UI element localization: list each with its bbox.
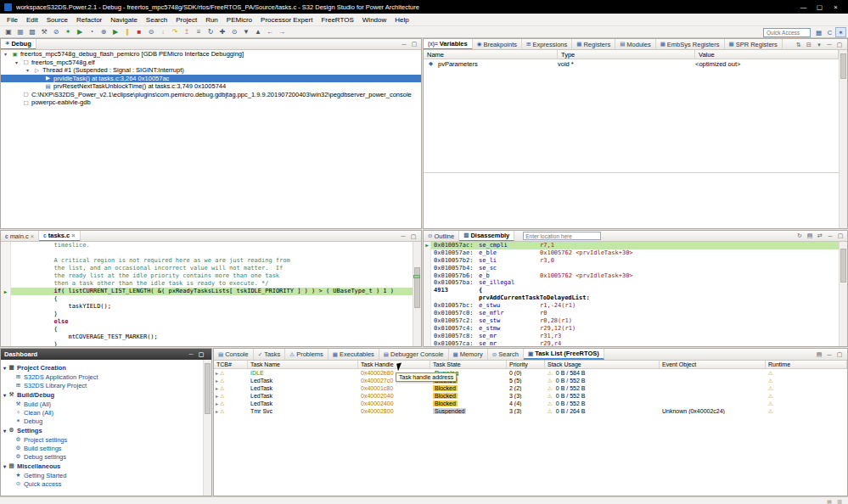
column-header[interactable]: Type — [558, 50, 695, 59]
code-line[interactable]: then a task other than the idle task is … — [1, 280, 413, 288]
profile-icon[interactable]: ◔ — [86, 28, 98, 36]
instruction-pointer-gutter[interactable] — [1, 303, 11, 311]
column-header[interactable]: Event Object — [660, 361, 766, 368]
menu-item[interactable]: Run — [201, 16, 222, 24]
instruction-pointer-gutter[interactable] — [1, 280, 11, 288]
instruction-pointer-gutter[interactable] — [1, 311, 11, 318]
new-c-project-icon[interactable]: ✚ — [216, 28, 228, 36]
debug-tree-item[interactable]: ▢ C:\NXP\S32DS_Power_v2.1\eclipse\plugin… — [1, 91, 421, 99]
scrollbar-thumb[interactable] — [414, 267, 420, 308]
expand-chevron-icon[interactable]: ▸ — [216, 408, 218, 414]
dashboard-item[interactable]: ⚙ Build settings — [1, 444, 203, 452]
code-line[interactable]: the ready list at the idle priority cont… — [1, 272, 413, 280]
refresh-icon[interactable]: ↻ — [795, 232, 805, 239]
collapse-all-icon[interactable]: ⊟ — [804, 42, 814, 48]
code-line[interactable]: } — [1, 341, 413, 346]
debug-icon[interactable]: ✶ — [62, 28, 74, 36]
skip-breakpoints-icon[interactable]: ⊘ — [50, 28, 62, 36]
disassembly-listing[interactable]: 0x010057ac: se_cmpli r7,1 0x010057ae: e_… — [424, 242, 839, 346]
disassembly-line[interactable]: 0x010057c4: e_stmw r29,12(r1) — [424, 325, 839, 333]
debug-perspective-icon[interactable]: ✶ — [835, 27, 846, 37]
maximize-view-icon[interactable]: ▢ — [408, 233, 418, 240]
variables-view-tab[interactable]: ▦ SPR Registers — [725, 39, 783, 50]
disassembly-line[interactable]: 0x010057ae: e_ble 0x1005762 <prvIdleTask… — [424, 249, 839, 257]
overview-ruler-marker[interactable] — [413, 275, 420, 278]
disassembly-tab[interactable]: ▥ Disassembly — [459, 231, 514, 242]
instruction-pointer-gutter[interactable] — [1, 318, 11, 326]
tab-debug[interactable]: ✶ Debug — [1, 39, 37, 50]
menu-item[interactable]: Refactor — [72, 16, 106, 24]
build-all-icon[interactable]: ⚒ — [38, 28, 50, 36]
editor-tab[interactable]: c main.c × — [1, 231, 39, 242]
expand-chevron-icon[interactable]: ▾ — [26, 67, 33, 73]
instruction-stepping-icon[interactable]: ≡ — [193, 28, 205, 36]
sync-icon[interactable]: ⇄ — [815, 232, 825, 239]
disassembly-tab[interactable]: ⊙ Outline — [424, 231, 459, 242]
code-line[interactable] — [1, 249, 413, 257]
instruction-pointer-gutter[interactable] — [1, 295, 11, 303]
expand-chevron-icon[interactable]: ▸ — [216, 400, 218, 406]
suspend-icon[interactable]: ∥ — [121, 28, 133, 36]
menu-item[interactable]: Help — [390, 16, 413, 24]
dashboard-item[interactable]: ✧ Clean (All) — [1, 408, 203, 417]
variables-scrollbar[interactable] — [839, 50, 847, 228]
debug-tree-item[interactable]: ▤ prvResetNextTaskUnblockTime() at tasks… — [1, 82, 421, 91]
expand-chevron-icon[interactable]: ▾ — [15, 59, 22, 65]
scrollbar-thumb[interactable] — [840, 249, 846, 283]
minimize-window-icon[interactable]: — — [795, 3, 811, 11]
close-window-icon[interactable]: × — [828, 3, 844, 11]
expand-chevron-icon[interactable]: ▸ — [216, 393, 218, 399]
disassembly-line[interactable]: prvAddCurrentTaskToDelayedList: — [424, 294, 839, 302]
debug-tree-item[interactable]: ▾ ▷ Thread #1 (Suspended : Signal : SIGI… — [1, 66, 421, 75]
save-all-icon[interactable]: ▩ — [26, 28, 38, 36]
instruction-pointer-gutter[interactable] — [1, 341, 11, 346]
variables-view-tab[interactable]: ▤ Modules — [615, 39, 656, 50]
disassembly-scrollbar[interactable] — [839, 242, 847, 346]
bottom-view-tab[interactable]: ✓ Tasks — [254, 349, 286, 360]
column-header[interactable]: Task State — [430, 361, 507, 368]
variable-row[interactable]: ◆ pvParameters void * <optimized out> — [424, 59, 839, 68]
debug-tree-item[interactable]: ▾ ▣ freertos_mpc5748g_debug_flash_pemicr… — [1, 50, 421, 59]
minimize-view-icon[interactable]: ─ — [398, 233, 408, 239]
task-row[interactable]: ▸ ⚠ LedTask 0x40001c80 Blocked 2 (2) ⚠ 0… — [214, 384, 847, 392]
search-icon[interactable]: ⊙ — [228, 28, 240, 36]
disassembly-line[interactable]: 0x010057b4: se_sc — [424, 265, 839, 272]
disassembly-line[interactable]: 0x010057ca: se_mr r29,r4 — [424, 340, 839, 346]
dashboard-item[interactable]: ⊙ Quick access — [1, 479, 203, 488]
bottom-view-tab[interactable]: ▣ Task List (FreeRTOS) — [524, 349, 604, 360]
column-header[interactable]: Priority — [507, 361, 545, 368]
step-over-icon[interactable]: ↷ — [169, 28, 181, 36]
instruction-pointer-gutter[interactable] — [1, 272, 11, 280]
restart-icon[interactable]: ↻ — [205, 28, 216, 36]
minimize-view-icon[interactable]: ─ — [399, 42, 409, 48]
code-line[interactable]: } — [1, 311, 413, 318]
bottom-view-tab[interactable]: ▤ Console — [214, 349, 254, 360]
resume-icon[interactable]: ▶ — [110, 28, 121, 36]
new-wizard-icon[interactable]: ▣ — [3, 28, 14, 36]
code-line[interactable]: the list, and an occasional incorrect va… — [1, 265, 413, 272]
open-perspective-icon[interactable]: ▦ — [813, 27, 824, 37]
instruction-pointer-gutter[interactable] — [1, 249, 11, 257]
back-icon[interactable]: ← — [264, 28, 276, 36]
dashboard-item[interactable]: ⊞ S32DS Library Project — [1, 381, 203, 389]
debug-tree-item[interactable]: ▾ ▢ freertos_mpc5748g.elf — [1, 59, 421, 67]
column-header[interactable]: Stack Usage — [545, 361, 660, 368]
column-header[interactable]: Value — [695, 50, 839, 59]
instruction-pointer-gutter[interactable] — [1, 242, 11, 249]
dashboard-item[interactable]: ▦ Project Creation — [1, 362, 203, 372]
location-input[interactable] — [523, 232, 601, 240]
task-row[interactable]: ▸ ⚠ Tmr Svc 0x40002800 Suspended 3 (3) ⚠… — [214, 407, 847, 415]
debug-tree-item[interactable]: ▶ prvIdleTask() at tasks.c:3,264 0x10057… — [1, 75, 421, 83]
code-line[interactable]: mtCOVERAGE_TEST_MARKER(); — [1, 333, 413, 341]
dashboard-scrollbar[interactable] — [203, 360, 211, 496]
disassembly-line[interactable]: 0x010057bc: e_stwu r1,-24(r1) — [424, 302, 839, 310]
view-menu-icon[interactable]: ▾ — [814, 42, 824, 48]
disassembly-line[interactable]: 0x010057b2: se_li r3,0 — [424, 257, 839, 265]
bottom-view-tab[interactable]: ▦ Memory — [449, 349, 488, 360]
step-return-icon[interactable]: ↥ — [181, 28, 193, 36]
disassembly-line[interactable]: 0x010057c0: se_mflr r0 — [424, 310, 839, 317]
expand-chevron-icon[interactable]: ▸ — [216, 378, 218, 384]
maximize-view-icon[interactable]: ▢ — [834, 351, 845, 358]
bottom-view-tab[interactable]: ⊙ Search — [488, 349, 524, 360]
annotation-prev-icon[interactable]: ▲ — [252, 28, 264, 36]
